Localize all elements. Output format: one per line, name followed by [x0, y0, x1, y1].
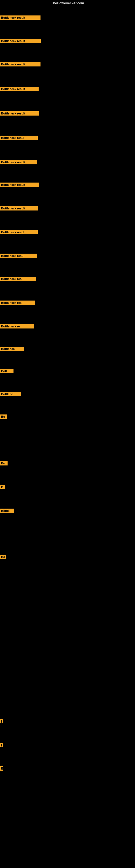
bottleneck-badge: Bottleneck result: [0, 62, 41, 66]
bottleneck-badge: Bo: [0, 414, 7, 419]
bottleneck-badge: Bottleneck result: [0, 183, 39, 187]
bottleneck-badge: Bottlene: [0, 392, 21, 396]
bottleneck-badge: Bottleneck result: [0, 87, 39, 91]
bottleneck-badge: E: [0, 766, 3, 771]
site-title: TheBottlenecker.com: [0, 1, 135, 5]
bottleneck-badge: Bottleneck result: [0, 111, 39, 116]
bottleneck-badge: Bottleneck resul: [0, 135, 38, 140]
bottleneck-badge: Bottleneck resul: [0, 230, 38, 235]
bottleneck-badge: Bottleneck result: [0, 160, 37, 164]
bottleneck-badge: Bottleneck result: [0, 39, 41, 43]
bottleneck-badge: Bottleneck result: [0, 206, 38, 211]
bottleneck-badge: Bo: [0, 555, 6, 559]
bottleneck-badge: Bottlenec: [0, 347, 24, 351]
bottleneck-badge: |: [0, 719, 3, 723]
bottleneck-badge: Bo: [0, 461, 8, 465]
bottleneck-badge: Bottleneck result: [0, 16, 41, 20]
bottleneck-badge: Bottleneck res: [0, 301, 35, 305]
bottleneck-badge: B: [0, 485, 5, 489]
bottleneck-badge: Bottleneck res: [0, 277, 36, 281]
bottleneck-badge: Bottleneck re: [0, 324, 34, 329]
bottleneck-badge: Bottle: [0, 508, 14, 513]
bottleneck-badge: Bott: [0, 369, 13, 373]
bottleneck-badge: |: [0, 743, 3, 747]
bottleneck-badge: Bottleneck resu: [0, 254, 37, 258]
